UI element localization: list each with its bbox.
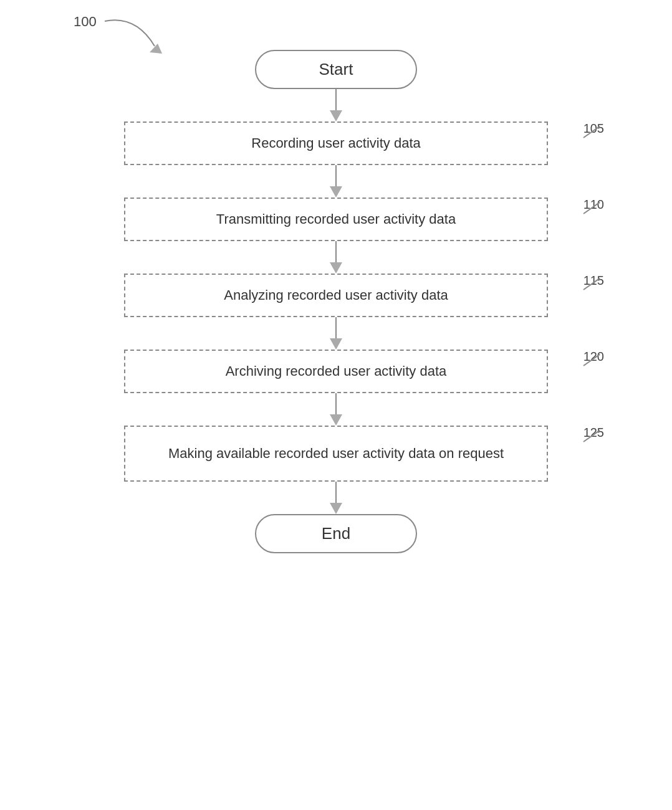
step-110-wrapper: Transmitting recorded user activity data… xyxy=(124,198,548,241)
arrow-125-to-end xyxy=(330,482,342,514)
ref-115-number: 115 xyxy=(583,274,604,288)
end-terminal: End xyxy=(255,514,417,553)
ref-115: 115 xyxy=(583,274,604,290)
step-120-wrapper: Archiving recorded user activity data 12… xyxy=(124,350,548,393)
ref-120: 120 xyxy=(583,350,604,366)
step-115-box: Analyzing recorded user activity data xyxy=(124,274,548,317)
step-105-text: Recording user activity data xyxy=(251,135,420,151)
step-120-text: Archiving recorded user activity data xyxy=(226,363,447,379)
ref-125-number: 125 xyxy=(583,426,604,440)
step-125-wrapper: Making available recorded user activity … xyxy=(124,426,548,482)
ref-120-number: 120 xyxy=(583,350,604,364)
arrow-110-to-115 xyxy=(330,241,342,274)
end-label: End xyxy=(322,524,350,543)
step-105-box: Recording user activity data xyxy=(124,122,548,165)
step-125-text: Making available recorded user activity … xyxy=(168,446,504,462)
start-label: Start xyxy=(319,60,353,79)
step-110-text: Transmitting recorded user activity data xyxy=(216,211,456,227)
ref-105: 105 xyxy=(583,122,604,138)
step-110-box: Transmitting recorded user activity data xyxy=(124,198,548,241)
diagram-container: 100 Start Recording user activity data 1… xyxy=(0,0,672,810)
step-115-text: Analyzing recorded user activity data xyxy=(224,287,448,303)
arrow-105-to-110 xyxy=(330,165,342,198)
step-115-wrapper: Analyzing recorded user activity data 11… xyxy=(124,274,548,317)
flowchart: Start Recording user activity data 105 T xyxy=(118,50,554,553)
ref-105-number: 105 xyxy=(583,122,604,136)
step-120-box: Archiving recorded user activity data xyxy=(124,350,548,393)
ref-110-number: 110 xyxy=(583,198,604,212)
step-105-wrapper: Recording user activity data 105 xyxy=(124,122,548,165)
arrow-115-to-120 xyxy=(330,317,342,350)
svg-text:100: 100 xyxy=(74,14,97,29)
arrow-start-to-105 xyxy=(330,89,342,122)
step-125-box: Making available recorded user activity … xyxy=(124,426,548,482)
ref-125: 125 xyxy=(583,426,604,442)
start-terminal: Start xyxy=(255,50,417,89)
ref-110: 110 xyxy=(583,198,604,214)
arrow-120-to-125 xyxy=(330,393,342,426)
